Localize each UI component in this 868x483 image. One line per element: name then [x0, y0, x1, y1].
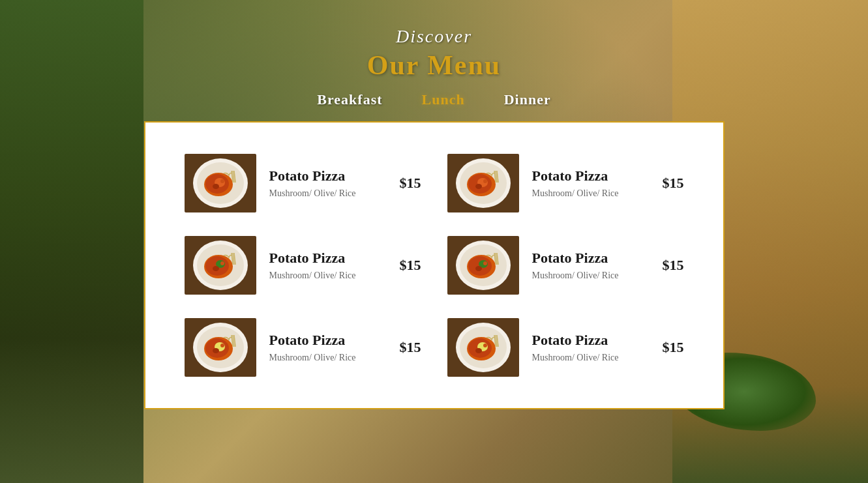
- svg-point-6: [213, 184, 219, 189]
- discover-label: Discover: [0, 26, 868, 47]
- item-description: Mushroom/ Olive/ Rice: [269, 353, 380, 363]
- tab-lunch[interactable]: Lunch: [422, 91, 465, 108]
- list-item: Potato Pizza Mushroom/ Olive/ Rice $15: [434, 306, 697, 388]
- item-price: $15: [400, 339, 421, 356]
- item-price: $15: [400, 257, 421, 274]
- item-info: Potato Pizza Mushroom/ Olive/ Rice: [269, 250, 380, 281]
- svg-point-62: [483, 344, 487, 347]
- tab-breakfast[interactable]: Breakfast: [317, 91, 382, 108]
- item-name: Potato Pizza: [269, 332, 380, 349]
- list-item: Potato Pizza Mushroom/ Olive/ Rice $15: [172, 142, 434, 224]
- item-info: Potato Pizza Mushroom/ Olive/ Rice: [269, 168, 380, 199]
- item-image: [447, 318, 519, 377]
- svg-point-50: [213, 348, 219, 353]
- item-price: $15: [400, 175, 421, 192]
- item-description: Mushroom/ Olive/ Rice: [269, 188, 380, 199]
- item-info: Potato Pizza Mushroom/ Olive/ Rice: [269, 332, 380, 363]
- item-info: Potato Pizza Mushroom/ Olive/ Rice: [532, 250, 643, 281]
- item-description: Mushroom/ Olive/ Rice: [532, 271, 643, 281]
- menu-grid: Potato Pizza Mushroom/ Olive/ Rice $15: [172, 142, 697, 388]
- list-item: Potato Pizza Mushroom/ Olive/ Rice $15: [172, 224, 434, 306]
- svg-point-29: [220, 261, 224, 265]
- item-description: Mushroom/ Olive/ Rice: [269, 271, 380, 281]
- item-image: [185, 318, 256, 377]
- item-name: Potato Pizza: [269, 250, 380, 267]
- list-item: Potato Pizza Mushroom/ Olive/ Rice $15: [434, 224, 697, 306]
- svg-point-7: [220, 179, 224, 183]
- svg-point-61: [475, 348, 482, 353]
- svg-point-51: [220, 344, 224, 347]
- tab-dinner[interactable]: Dinner: [504, 91, 551, 108]
- item-image: [447, 154, 519, 212]
- item-image: [185, 154, 256, 212]
- item-name: Potato Pizza: [532, 250, 643, 267]
- item-info: Potato Pizza Mushroom/ Olive/ Rice: [532, 332, 643, 363]
- item-image: [185, 236, 256, 295]
- svg-point-28: [213, 266, 219, 271]
- svg-point-39: [475, 266, 482, 271]
- item-description: Mushroom/ Olive/ Rice: [532, 188, 643, 199]
- item-price: $15: [663, 257, 684, 274]
- list-item: Potato Pizza Mushroom/ Olive/ Rice $15: [434, 142, 697, 224]
- list-item: Potato Pizza Mushroom/ Olive/ Rice $15: [172, 306, 434, 388]
- item-price: $15: [663, 339, 684, 356]
- menu-title: Our Menu: [0, 50, 868, 81]
- item-image: [447, 236, 519, 295]
- menu-card: Potato Pizza Mushroom/ Olive/ Rice $15: [144, 121, 725, 409]
- page-header: Discover Our Menu Breakfast Lunch Dinner: [0, 0, 868, 121]
- menu-nav: Breakfast Lunch Dinner: [0, 91, 868, 108]
- item-name: Potato Pizza: [532, 332, 643, 349]
- item-description: Mushroom/ Olive/ Rice: [532, 353, 643, 363]
- item-name: Potato Pizza: [269, 168, 380, 184]
- item-info: Potato Pizza Mushroom/ Olive/ Rice: [532, 168, 643, 199]
- svg-point-18: [483, 179, 487, 183]
- svg-point-40: [483, 261, 487, 265]
- item-name: Potato Pizza: [532, 168, 643, 184]
- item-price: $15: [663, 175, 684, 192]
- svg-point-17: [475, 184, 482, 189]
